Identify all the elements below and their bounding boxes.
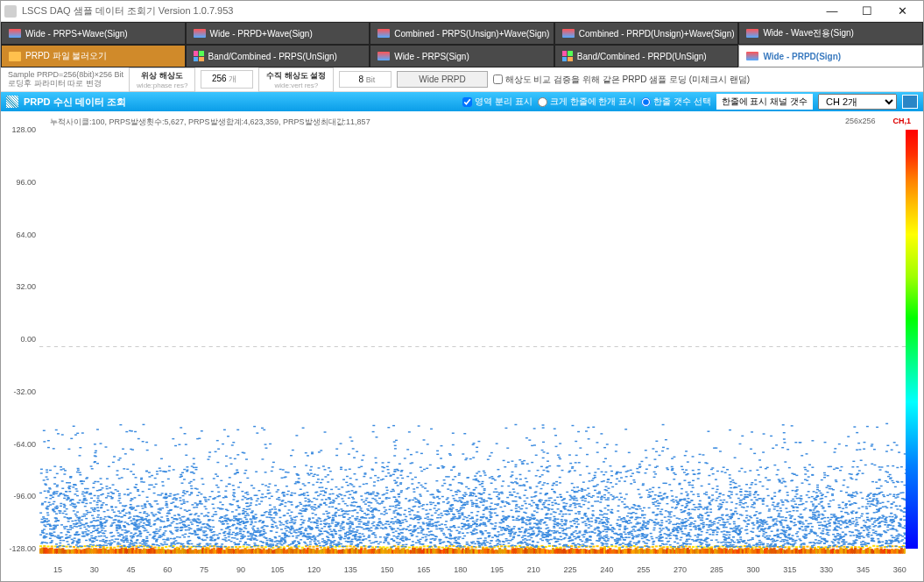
svg-rect-5350 — [387, 469, 390, 470]
svg-rect-5345 — [671, 507, 674, 507]
split-view-checkbox[interactable]: 영역 분리 표시 — [462, 96, 533, 108]
svg-rect-1956 — [735, 526, 737, 527]
tab-band-combined-prpd-unsign-[interactable]: Band/Combined - PRPD(UnSign) — [554, 45, 739, 67]
svg-rect-6182 — [382, 479, 384, 479]
svg-rect-3722 — [53, 510, 55, 511]
svg-rect-6286 — [794, 504, 797, 505]
svg-rect-6331 — [536, 535, 539, 536]
svg-rect-3528 — [568, 528, 571, 529]
svg-rect-5510 — [528, 539, 531, 540]
tab-wide-prps-wave-sign-[interactable]: Wide - PRPS+Wave(Sign) — [1, 22, 186, 45]
svg-rect-3428 — [871, 529, 874, 530]
svg-rect-5034 — [763, 531, 765, 532]
svg-rect-4704 — [780, 522, 783, 523]
svg-rect-6313 — [625, 471, 628, 472]
svg-rect-5241 — [53, 525, 56, 526]
tab-band-combined-prps-unsign-[interactable]: Band/Combined - PRPS(UnSign) — [186, 45, 370, 67]
svg-rect-2438 — [667, 519, 670, 520]
svg-rect-890 — [363, 529, 365, 529]
tab-prpd-[interactable]: PRPD 파일 불러오기 — [1, 45, 186, 67]
svg-rect-5403 — [46, 506, 49, 507]
chart-meta-row: 누적사이클:100, PRPS발생횟수:5,627, PRPS발생합계:4,62… — [6, 115, 918, 130]
svg-rect-3743 — [258, 521, 261, 522]
svg-rect-4876 — [631, 533, 633, 534]
svg-rect-5322 — [96, 507, 99, 507]
svg-rect-2053 — [69, 525, 72, 526]
svg-rect-1473 — [653, 472, 656, 472]
svg-rect-4821 — [434, 544, 436, 545]
svg-rect-5850 — [250, 522, 253, 523]
svg-rect-6649 — [172, 547, 174, 548]
svg-rect-3496 — [276, 528, 279, 529]
svg-rect-6470 — [483, 524, 486, 525]
svg-rect-5334 — [721, 471, 723, 472]
svg-rect-2051 — [576, 533, 579, 534]
svg-rect-4884 — [182, 524, 185, 525]
svg-rect-1515 — [876, 503, 878, 504]
svg-rect-5576 — [488, 521, 490, 522]
svg-rect-3766 — [154, 500, 157, 501]
svg-rect-4282 — [488, 532, 490, 533]
compare-checkbox[interactable]: 해상도 비교 검증을 위해 같은 PRPD 샘플 로딩 (미체크시 랜덤) — [493, 74, 750, 86]
row-count-radio[interactable]: 한줄 갯수 선택 — [641, 96, 711, 108]
tab-combined-prpd-unsign-wave-sign-[interactable]: Combined - PRPD(Unsign)+Wave(Sign) — [554, 22, 739, 45]
tab-wide-wave-sign-[interactable]: Wide - Wave전용(Sign) — [738, 22, 923, 45]
maximize-button[interactable]: ☐ — [850, 2, 885, 21]
tab-wide-prps-sign-[interactable]: Wide - PRPS(Sign) — [370, 45, 554, 67]
svg-rect-2415 — [571, 467, 574, 468]
scatter-plot[interactable] — [39, 130, 906, 564]
svg-rect-3182 — [555, 541, 558, 542]
svg-rect-5660 — [352, 448, 355, 449]
svg-rect-2906 — [850, 477, 852, 478]
tab-combined-prps-unsign-wave-sign-[interactable]: Combined - PRPS(Unsign)+Wave(Sign) — [370, 22, 554, 45]
close-button[interactable]: ✕ — [885, 2, 920, 21]
svg-rect-6129 — [829, 529, 831, 530]
svg-rect-3960 — [843, 521, 846, 522]
svg-rect-5184 — [233, 537, 236, 538]
phase-res-value[interactable]: 256 개 — [201, 70, 253, 89]
svg-rect-3597 — [246, 513, 249, 514]
svg-rect-4024 — [130, 532, 132, 533]
svg-rect-4376 — [857, 530, 860, 531]
svg-rect-5437 — [683, 511, 686, 512]
wide-prpd-button[interactable]: Wide PRPD — [397, 71, 487, 88]
svg-rect-3231 — [886, 526, 889, 527]
tab-wide-prpd-wave-sign-[interactable]: Wide - PRPD+Wave(Sign) — [186, 22, 370, 45]
svg-rect-5223 — [119, 424, 122, 425]
svg-rect-3954 — [183, 503, 186, 504]
svg-rect-5903 — [372, 532, 375, 533]
svg-rect-5487 — [476, 529, 478, 530]
tab-label: Wide - PRPS+Wave(Sign) — [25, 29, 128, 39]
compare-checkbox-input[interactable] — [493, 75, 503, 84]
svg-rect-2961 — [384, 511, 386, 512]
svg-rect-3299 — [53, 529, 55, 529]
channels-per-row-select[interactable]: CH 2개 — [818, 94, 897, 110]
svg-rect-3877 — [565, 503, 568, 504]
svg-rect-2869 — [518, 535, 520, 536]
svg-rect-1653 — [844, 527, 847, 528]
one-per-row-radio[interactable]: 크게 한줄에 한개 표시 — [538, 96, 636, 108]
svg-rect-2660 — [46, 518, 48, 519]
svg-rect-2059 — [128, 524, 130, 525]
svg-rect-3161 — [130, 523, 133, 524]
svg-rect-5373 — [693, 504, 695, 505]
panel-extra-button[interactable] — [902, 95, 918, 109]
svg-rect-5882 — [822, 494, 824, 495]
svg-rect-3125 — [362, 534, 364, 535]
svg-rect-1600 — [540, 528, 542, 529]
svg-rect-6595 — [349, 533, 352, 534]
svg-rect-993 — [815, 539, 817, 540]
svg-rect-5501 — [433, 497, 435, 498]
svg-rect-1828 — [743, 540, 745, 541]
vert-res-value[interactable]: 8 Bit — [339, 71, 391, 88]
svg-rect-6403 — [300, 524, 302, 525]
svg-rect-4923 — [271, 471, 273, 472]
svg-rect-5739 — [710, 540, 713, 541]
svg-rect-3103 — [87, 512, 89, 513]
svg-rect-973 — [877, 538, 879, 539]
svg-rect-6481 — [702, 524, 705, 525]
svg-rect-4996 — [833, 451, 836, 452]
tab-wide-prpd-sign-[interactable]: Wide - PRPD(Sign) — [738, 45, 923, 67]
svg-rect-2478 — [116, 527, 118, 528]
minimize-button[interactable]: — — [815, 2, 850, 21]
